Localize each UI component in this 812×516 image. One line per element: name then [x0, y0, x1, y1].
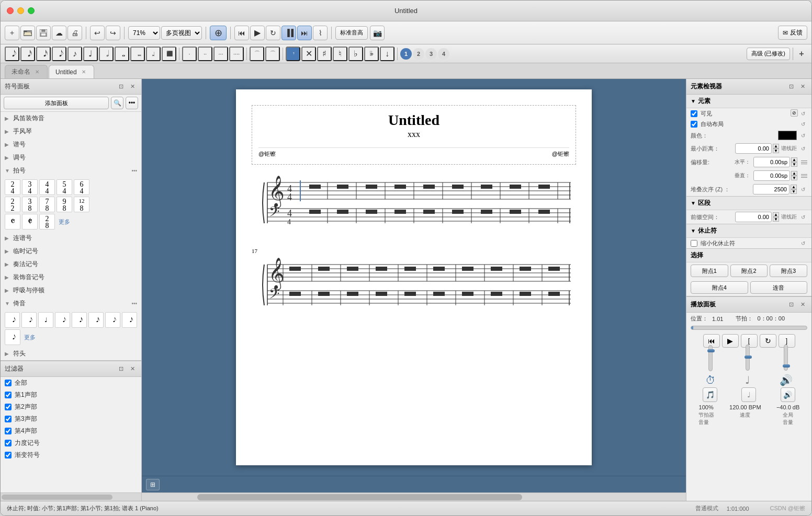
- add-palette-button[interactable]: 添加面板: [4, 97, 109, 109]
- leading-down[interactable]: ▼: [773, 217, 779, 222]
- tempo-track[interactable]: [746, 345, 750, 371]
- offset-h-down[interactable]: ▼: [791, 162, 797, 167]
- play-button[interactable]: ▶: [250, 26, 265, 40]
- palette-time-more-icon[interactable]: •••: [131, 168, 137, 174]
- inspector-close-icon[interactable]: ✕: [798, 82, 807, 91]
- palette-item-bagpipe[interactable]: ▶ 风笛装饰音: [1, 112, 141, 125]
- grace-8[interactable]: 𝅘𝅥𝅯: [122, 312, 137, 328]
- attach-3-button[interactable]: 附点3: [770, 265, 807, 277]
- color-reset[interactable]: ↺: [799, 131, 807, 140]
- rhythm-button[interactable]: 𝄾: [286, 47, 300, 61]
- print-button[interactable]: 🖨: [67, 26, 82, 40]
- palette-item-noteheads[interactable]: ▶ 符头: [1, 347, 141, 360]
- filter-dynamics[interactable]: 力度记号: [1, 437, 141, 449]
- close-button[interactable]: [7, 7, 14, 14]
- time-sig-9-8[interactable]: 98: [57, 197, 72, 212]
- tab-untitled-close[interactable]: ✕: [80, 68, 87, 76]
- z-reset[interactable]: ↺: [799, 185, 807, 193]
- beat-button[interactable]: ▐▐: [281, 26, 296, 40]
- offset-v-down[interactable]: ▼: [791, 176, 797, 180]
- z-down[interactable]: ▼: [791, 189, 797, 194]
- tie-button[interactable]: 连音: [750, 281, 808, 294]
- grace-5[interactable]: 𝅘𝅥𝅯: [72, 312, 87, 328]
- filter-v4-checkbox[interactable]: [5, 428, 12, 434]
- leading-reset[interactable]: ↺: [799, 213, 807, 221]
- metro-icon-btn[interactable]: 🎵: [703, 387, 717, 402]
- vol-icon-btn[interactable]: 🔊: [781, 387, 795, 402]
- natural-button[interactable]: ♮: [333, 47, 347, 61]
- time-sig-6-4[interactable]: 64: [74, 179, 89, 195]
- visible-reset[interactable]: ↺: [799, 109, 807, 118]
- offset-v-input[interactable]: [753, 170, 790, 181]
- palette-item-key[interactable]: ▶ 调号: [1, 151, 141, 164]
- selection-section-title[interactable]: 选择: [686, 249, 811, 262]
- color-swatch[interactable]: [778, 131, 797, 140]
- inspector-resize-icon[interactable]: ⊡: [786, 82, 796, 91]
- note-32nd[interactable]: 𝅘𝅥𝅯: [36, 47, 51, 61]
- rest-section-title[interactable]: ▼ 休止符: [686, 224, 811, 238]
- attach-2-button[interactable]: 附点2: [730, 265, 768, 277]
- note-half[interactable]: 𝅗𝅥: [99, 47, 114, 61]
- playback-progress[interactable]: [691, 326, 807, 330]
- palette-item-grace[interactable]: ▼ 倚音 •••: [1, 297, 141, 310]
- page-layout-button[interactable]: ⊞: [146, 479, 160, 490]
- time-sig-3-4[interactable]: 34: [22, 179, 38, 195]
- filter-close-icon[interactable]: ✕: [128, 364, 137, 374]
- metronome-track[interactable]: [708, 345, 713, 371]
- min-distance-down[interactable]: ▼: [773, 148, 779, 153]
- more-palette-button[interactable]: •••: [126, 97, 138, 109]
- palette-item-accidental[interactable]: ▶ 临时记号: [1, 245, 141, 258]
- pb-loop-button[interactable]: ↻: [760, 334, 776, 348]
- time-sig-more[interactable]: 更多: [57, 217, 72, 227]
- redo-button[interactable]: ↪: [106, 26, 120, 40]
- time-sig-2-8[interactable]: 28: [39, 214, 55, 230]
- grace-more[interactable]: 更多: [22, 332, 38, 342]
- time-sig-7-8[interactable]: 78: [39, 197, 55, 212]
- offset-h-input[interactable]: [753, 157, 790, 167]
- grace-1[interactable]: 𝅘𝅥𝅮: [5, 312, 20, 328]
- voice-2[interactable]: 2: [413, 48, 424, 60]
- new-button[interactable]: ＋: [5, 26, 19, 40]
- visible-checkbox[interactable]: [691, 110, 697, 117]
- dot-4[interactable]: ····: [229, 47, 244, 61]
- filter-hairpin[interactable]: 渐变符号: [1, 449, 141, 461]
- leading-input[interactable]: [735, 212, 772, 222]
- offset-h-up[interactable]: ▲: [791, 157, 797, 162]
- palette-item-ornament[interactable]: ▶ 装饰音记号: [1, 271, 141, 284]
- time-sig-5-4[interactable]: 54: [57, 179, 72, 195]
- time-sig-common[interactable]: 𝄴: [5, 214, 20, 230]
- view-mode-select[interactable]: 多页视图单页视图连续视图: [161, 26, 202, 40]
- palette-item-articulation[interactable]: ▶ 奏法记号: [1, 258, 141, 271]
- open-button[interactable]: [20, 26, 35, 40]
- filter-v1-checkbox[interactable]: [5, 392, 12, 398]
- attach-1-button[interactable]: 附点1: [691, 265, 728, 277]
- voice-3[interactable]: 3: [425, 48, 437, 60]
- filter-v3-checkbox[interactable]: [5, 416, 12, 422]
- dot-3[interactable]: ···: [213, 47, 228, 61]
- palette-grace-more-icon[interactable]: •••: [131, 301, 137, 306]
- tab-untitled[interactable]: Untitled ✕: [49, 65, 94, 78]
- filter-scrollbar[interactable]: [1, 492, 141, 501]
- time-sig-2-2[interactable]: 22: [5, 197, 20, 212]
- grace-6[interactable]: 𝅘𝅥𝅯: [88, 312, 104, 328]
- filter-all-checkbox[interactable]: [5, 380, 12, 386]
- attach-4-button[interactable]: 附点4: [691, 281, 748, 294]
- note-grace[interactable]: 𝅘𝅥𝅮: [5, 47, 19, 61]
- slur-button[interactable]: ⌒: [250, 47, 264, 61]
- maximize-button[interactable]: [28, 7, 35, 14]
- palette-item-clef[interactable]: ▶ 谱号: [1, 138, 141, 151]
- note-64th[interactable]: 𝅘𝅥𝅯: [20, 47, 35, 61]
- filter-voice-4[interactable]: 第4声部: [1, 425, 141, 437]
- add-toolbar-button[interactable]: +: [796, 48, 807, 60]
- grace-9[interactable]: 𝅘𝅥𝅮: [5, 329, 20, 345]
- note-16th[interactable]: 𝅘𝅥𝅮: [52, 47, 66, 61]
- voice-4[interactable]: 4: [438, 48, 449, 60]
- section-section-title[interactable]: ▼ 区段: [686, 197, 811, 210]
- offset-v-up[interactable]: ▲: [791, 171, 797, 176]
- metronome-button[interactable]: ⊕: [210, 26, 227, 40]
- filter-v2-checkbox[interactable]: [5, 404, 12, 410]
- tempo-thumb[interactable]: [745, 356, 752, 359]
- volume-track[interactable]: [784, 345, 788, 371]
- filter-voice-2[interactable]: 第2声部: [1, 401, 141, 413]
- palette-item-time[interactable]: ▼ 拍号 •••: [1, 164, 141, 177]
